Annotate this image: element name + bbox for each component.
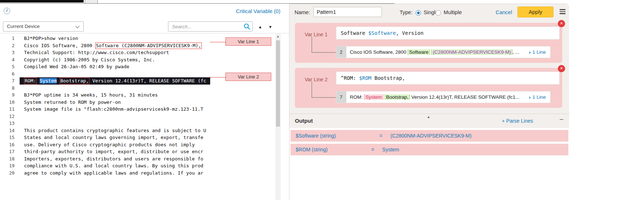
parse-lines-link[interactable]: + Parse Lines	[502, 118, 533, 124]
code-editor: 1BJ*POP>show version 2Cisco IOS Software…	[0, 34, 281, 200]
menu-icon[interactable]	[560, 9, 565, 15]
minimize-icon[interactable]: −	[559, 115, 564, 124]
pattern-name-input[interactable]	[313, 7, 382, 17]
code-line-18[interactable]: 18Importers, exporters, distributors and…	[0, 155, 210, 163]
code-line-2[interactable]: 2Cisco IOS Software, 2800 Software (C280…	[0, 42, 210, 49]
editor-toolbar: Current Device ▲ ▼	[0, 20, 289, 33]
match-text: ROM: System Bootstrap, Version 12.4(13r)…	[346, 94, 529, 100]
output-row: $ROM (string) = System	[291, 144, 568, 155]
code-line-11[interactable]: 11System image file is "flash:c2800nm-ad…	[0, 106, 210, 113]
code-line-6[interactable]: 6	[0, 70, 210, 78]
line-number: 14	[0, 127, 15, 134]
chevron-right-icon: ›	[529, 49, 531, 55]
match-row-2[interactable]: 7 ROM: System Bootstrap, Version 12.4(13…	[336, 91, 551, 103]
line-number: 13	[0, 120, 15, 127]
code-line-4[interactable]: 4Copyright (c) 1986-2005 by Cisco System…	[0, 56, 210, 64]
code-line-20[interactable]: 20agree to comply with applicable laws a…	[0, 170, 210, 177]
scroll-up-button[interactable]: ▲	[275, 34, 281, 39]
line-text: Cisco IOS Software, 2800 Software (C2800…	[20, 42, 210, 49]
match-line-number: 7	[336, 91, 346, 103]
next-match-button[interactable]: ▼	[268, 25, 272, 29]
search-icon[interactable]	[243, 23, 251, 30]
expand-lines-link[interactable]: ›1 Line	[529, 49, 550, 55]
code-line-12[interactable]: 12	[0, 113, 210, 120]
line-number: 16	[0, 141, 15, 148]
output-title: Output	[295, 118, 313, 124]
line-text: agree to comply with applicable laws and…	[20, 170, 210, 177]
apply-button[interactable]: Apply	[517, 7, 553, 17]
line-number: 12	[0, 113, 15, 120]
radio-multiple[interactable]	[436, 10, 441, 16]
var-line-1-callout[interactable]: Var Line 1	[225, 37, 271, 46]
card-connector-line	[312, 82, 336, 98]
code-line-14[interactable]: 14This product contains cryptographic fe…	[0, 127, 210, 134]
line-text	[20, 70, 210, 78]
line-text: use. Delivery of Cisco cryptographic pro…	[20, 141, 210, 148]
line-number: 17	[0, 148, 15, 155]
code-line-10[interactable]: 10System returned to ROM by power-on	[0, 99, 210, 106]
line-number: 1	[0, 35, 15, 42]
search-input[interactable]	[172, 22, 241, 31]
device-selector[interactable]: Current Device	[3, 21, 84, 32]
pattern-card-var-line-1: × Var Line 1 Software $Software, Version…	[295, 23, 562, 63]
code-line-8[interactable]: 8	[0, 85, 210, 92]
name-label: Name:	[295, 9, 310, 15]
code-line-7[interactable]: 7ROM: System Bootstrap, Version 12.4(13r…	[0, 77, 210, 85]
line-text: System image file is "flash:c2800nm-advi…	[20, 106, 210, 113]
code-line-19[interactable]: 19compliance with U.S. and local country…	[0, 162, 210, 170]
code-line-9[interactable]: 9BJ*POP uptime is 34 weeks, 15 hours, 31…	[0, 91, 210, 99]
pattern-card-var-line-2: × Var Line 2 ^ROM: $ROM Bootstrap, 7 ROM…	[295, 68, 562, 108]
selected-text-highlight: System	[40, 78, 57, 83]
chevron-right-icon: ›	[529, 94, 531, 100]
pattern-input-2[interactable]: ^ROM: $ROM Bootstrap,	[336, 72, 560, 85]
critical-variable-link[interactable]: Critical Variable (0)	[236, 8, 280, 14]
line-number: 9	[0, 91, 15, 99]
line-text: BJ*POP>show version	[20, 35, 210, 42]
output-row: $Software (string) = (C2800NM-ADVIPSERVI…	[291, 130, 568, 142]
code-line-5[interactable]: 5Compiled Wed 26-Jan-05 02:49 by pwade	[0, 63, 210, 70]
code-line-1[interactable]: 1BJ*POP>show version	[0, 35, 210, 42]
keyword-highlight: Bootstrap,	[385, 94, 410, 100]
variable-token: $Software	[368, 30, 396, 36]
prev-match-button[interactable]: ▲	[258, 25, 262, 29]
scrollbar-thumb[interactable]	[276, 40, 280, 127]
radio-multiple-label[interactable]: Multiple	[444, 9, 462, 15]
line-number: 8	[0, 85, 15, 92]
line-number: 10	[0, 99, 15, 106]
line-text: Copyright (c) 1986-2005 by Cisco Systems…	[20, 56, 210, 64]
close-icon[interactable]: ×	[558, 65, 565, 72]
code-line-15[interactable]: 15States and local country laws governin…	[0, 134, 210, 141]
cancel-button[interactable]: Cancel	[496, 9, 512, 15]
match-row-1[interactable]: 2 Cisco IOS Software, 2800 Software (C28…	[336, 46, 551, 58]
close-icon[interactable]: ×	[558, 20, 565, 27]
line-number: 20	[0, 170, 15, 177]
line-number: 2	[0, 42, 15, 49]
output-variable-name: $Software (string)	[296, 133, 336, 139]
radio-single[interactable]	[416, 10, 421, 16]
line-text: BJ*POP uptime is 34 weeks, 15 hours, 31 …	[20, 91, 210, 99]
output-body: $Software (string) = (C2800NM-ADVIPSERVI…	[289, 128, 569, 200]
output-variable-value: (C2800NM-ADVIPSERVICESK9-M)	[391, 133, 472, 139]
line-text	[20, 85, 210, 92]
variable-value-highlight: (C2800NM-ADVIPSERVICESK9-M)	[431, 49, 512, 55]
pattern-input-1[interactable]: Software $Software, Version	[336, 26, 560, 40]
match-text: Cisco IOS Software, 2800 Software (C2800…	[346, 49, 529, 55]
line-text	[20, 120, 210, 127]
line-text	[20, 113, 210, 120]
output-variable-name: $ROM (string)	[296, 147, 328, 152]
sample-text-panel: i Critical Variable (0) Current Device ▲…	[0, 4, 289, 200]
collapse-icon[interactable]: ▲	[427, 115, 430, 119]
var-line-2-connector	[210, 77, 225, 78]
var-line-2-callout[interactable]: Var Line 2	[225, 73, 271, 81]
search-box	[168, 21, 253, 32]
var-line-1-match-highlight: Software (C2800NM-ADVIPSERVICESK9-M),	[95, 42, 202, 49]
code-line-3[interactable]: 3Technical Support: http://www.cisco.com…	[0, 49, 210, 56]
variable-value-highlight: System	[364, 94, 383, 100]
code-line-16[interactable]: 16use. Delivery of Cisco cryptographic p…	[0, 141, 210, 148]
info-icon[interactable]: i	[4, 8, 10, 14]
code-line-13[interactable]: 13	[0, 120, 210, 127]
expand-lines-link[interactable]: ›1 Line	[529, 94, 550, 100]
vertical-scrollbar[interactable]: ▲	[275, 34, 281, 200]
var-line-2-match-highlight: Bootstrap,	[60, 78, 89, 84]
code-line-17[interactable]: 17third-party authority to import, expor…	[0, 148, 210, 155]
